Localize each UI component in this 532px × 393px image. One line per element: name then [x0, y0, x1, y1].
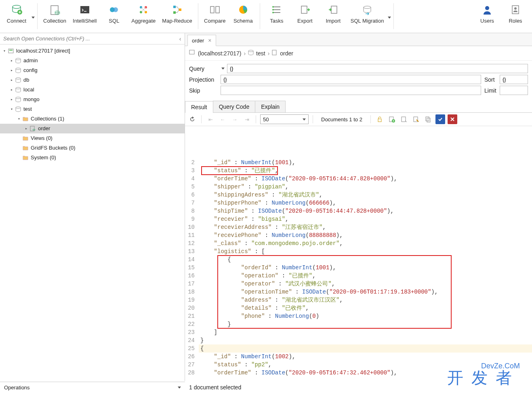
tree-collection-order[interactable]: ▸order — [0, 124, 185, 133]
tree-db-admin[interactable]: ▸admin — [0, 56, 185, 66]
editor-line[interactable]: 26 "_id" : NumberInt(1002), — [185, 353, 532, 361]
intellishell-button[interactable]: IntelliShell — [69, 2, 100, 25]
connect-button[interactable]: Connect — [2, 2, 31, 25]
svg-point-33 — [16, 97, 21, 99]
editor-line[interactable]: 22 } — [185, 320, 532, 328]
aggregate-button[interactable]: Aggregate — [128, 2, 159, 25]
query-dropdown-icon[interactable] — [221, 68, 225, 70]
editor-line[interactable]: 9 "recevier" : "bigsai", — [185, 215, 532, 223]
tree-db-mongo[interactable]: ▸mongo — [0, 95, 185, 104]
tree-db-db[interactable]: ▸db — [0, 75, 185, 85]
tasks-button[interactable]: Tasks — [263, 2, 291, 25]
tab-result[interactable]: Result — [185, 101, 213, 113]
migration-dropdown-icon[interactable] — [388, 17, 391, 19]
editor-line[interactable]: 28 "orderTime" : ISODate("2020-09-05T16:… — [185, 369, 532, 377]
delete-button[interactable] — [448, 114, 457, 124]
tree-db-config[interactable]: ▸config — [0, 66, 185, 75]
svg-point-24 — [485, 6, 489, 10]
editor-line[interactable]: 20 "details" : "已收件", — [185, 304, 532, 312]
editor-line[interactable]: 25{ — [185, 344, 532, 353]
sql-icon — [107, 3, 120, 16]
lock-button[interactable] — [375, 114, 385, 124]
tree-gridfs-folder[interactable]: ▸GridFS Buckets (0) — [0, 143, 185, 153]
editor-line[interactable]: 21 "phone" : NumberLong(0) — [185, 312, 532, 320]
operations-panel-toggle[interactable]: Operations — [0, 382, 185, 393]
breadcrumb-collection[interactable]: order — [280, 50, 293, 57]
svg-rect-44 — [414, 117, 418, 122]
editor-line[interactable]: 16 "operation" : "已揽件", — [185, 272, 532, 280]
update-button[interactable] — [435, 114, 445, 124]
connect-dropdown-icon[interactable] — [32, 17, 35, 19]
status-text: 1 document selected — [189, 384, 241, 391]
editor-line[interactable]: 2 "_id" : NumberInt(1001), — [185, 158, 532, 167]
breadcrumb-db[interactable]: test — [256, 50, 265, 57]
sort-input[interactable] — [500, 75, 528, 84]
editor-line[interactable]: 27 "status" : "pp2", — [185, 361, 532, 369]
export-button[interactable]: Export — [291, 2, 319, 25]
tab-explain[interactable]: Explain — [255, 101, 286, 112]
prev-page-button[interactable]: ← — [218, 114, 227, 124]
first-page-button[interactable]: ⇤ — [206, 114, 215, 124]
editor-line[interactable]: 12 "_class" : "com.mongodemo.pojo.order"… — [185, 239, 532, 247]
breadcrumb-host[interactable]: (localhost:27017) — [198, 50, 241, 57]
next-page-button[interactable]: → — [230, 114, 240, 124]
editor-line[interactable]: 4 "orderTime" : ISODate("2020-09-05T16:4… — [185, 175, 532, 183]
collection-button[interactable]: Collection — [40, 2, 69, 25]
svg-rect-22 — [331, 6, 337, 13]
search-connections-input[interactable] — [0, 33, 176, 44]
chevron-down-icon — [178, 387, 181, 389]
svg-point-19 — [272, 9, 274, 11]
last-page-button[interactable]: ⇥ — [242, 114, 252, 124]
tab-order[interactable]: order × — [187, 35, 216, 46]
limit-input[interactable] — [500, 86, 528, 95]
editor-line[interactable]: 7 "shipperPhone" : NumberLong(666666), — [185, 199, 532, 207]
editor-line[interactable]: 10 "recevierAddress" : "江苏省宿迁市", — [185, 223, 532, 231]
editor-line[interactable]: 18 "operationTime" : ISODate("2020-09-06… — [185, 288, 532, 296]
edit-doc-button[interactable] — [411, 114, 421, 124]
page-size-select[interactable]: 50 — [260, 114, 309, 124]
svg-rect-15 — [210, 6, 214, 13]
sqlmigration-button[interactable]: SQL Migration — [347, 2, 387, 25]
roles-button[interactable]: Roles — [501, 2, 530, 25]
editor-line[interactable]: 6 "shippingAdress" : "湖北省武汉市", — [185, 191, 532, 199]
skip-input[interactable] — [221, 86, 481, 95]
connections-pane: ‹ ▾localhost:27017 [direct] ▸admin ▸conf… — [0, 33, 185, 381]
editor-line[interactable]: 17 "operator" : "武汉小蜜蜂公司", — [185, 280, 532, 288]
editor-line[interactable]: 8 "shipTime" : ISODate("2020-09-05T16:44… — [185, 207, 532, 215]
editor-line[interactable]: 13 "logistics" : [ — [185, 247, 532, 256]
editor-line[interactable]: 3 "status" : "已揽件", — [185, 167, 532, 175]
schema-button[interactable]: Schema — [229, 2, 257, 25]
tree-host[interactable]: ▾localhost:27017 [direct] — [0, 46, 185, 56]
editor-line[interactable]: 24} — [185, 336, 532, 344]
tree-views-folder[interactable]: ▸Views (0) — [0, 133, 185, 143]
add-doc-button[interactable] — [387, 114, 397, 124]
sort-label: Sort — [484, 76, 500, 83]
editor-line[interactable]: 19 "address" : "湖北省武汉市江汉区", — [185, 296, 532, 304]
tree-collections-folder[interactable]: ▾Collections (1) — [0, 114, 185, 124]
mapreduce-button[interactable]: Map-Reduce — [159, 2, 195, 25]
tree-db-local[interactable]: ▸local — [0, 85, 185, 95]
projection-input[interactable] — [221, 75, 481, 84]
tab-close-icon[interactable]: × — [208, 37, 211, 44]
import-button[interactable]: Import — [319, 2, 347, 25]
compare-button[interactable]: Compare — [201, 2, 229, 25]
editor-line[interactable]: 5 "shipper" : "pigpian", — [185, 183, 532, 191]
tree-system-folder[interactable]: ▸System (0) — [0, 153, 185, 163]
collection-item-icon — [29, 125, 36, 132]
copy-doc-button[interactable] — [423, 114, 433, 124]
sql-button[interactable]: SQL — [100, 2, 128, 25]
editor-line[interactable]: 11 "receviePhone" : NumberLong(88888888)… — [185, 231, 532, 239]
view-doc-button[interactable] — [399, 114, 409, 124]
svg-rect-39 — [272, 50, 276, 55]
refresh-button[interactable] — [187, 114, 197, 124]
query-input[interactable] — [227, 64, 528, 73]
tree-db-test[interactable]: ▾test — [0, 104, 185, 114]
editor-line[interactable]: 23 ] — [185, 328, 532, 336]
editor-line[interactable]: 15 "orderId" : NumberInt(1001), — [185, 264, 532, 272]
folder-icon — [22, 135, 29, 142]
collapse-pane-button[interactable]: ‹ — [176, 36, 185, 42]
editor-line[interactable]: 14 { — [185, 256, 532, 264]
json-editor[interactable]: 2 "_id" : NumberInt(1001),3 "status" : "… — [185, 126, 532, 381]
users-button[interactable]: Users — [473, 2, 501, 25]
tab-query-code[interactable]: Query Code — [213, 101, 255, 112]
